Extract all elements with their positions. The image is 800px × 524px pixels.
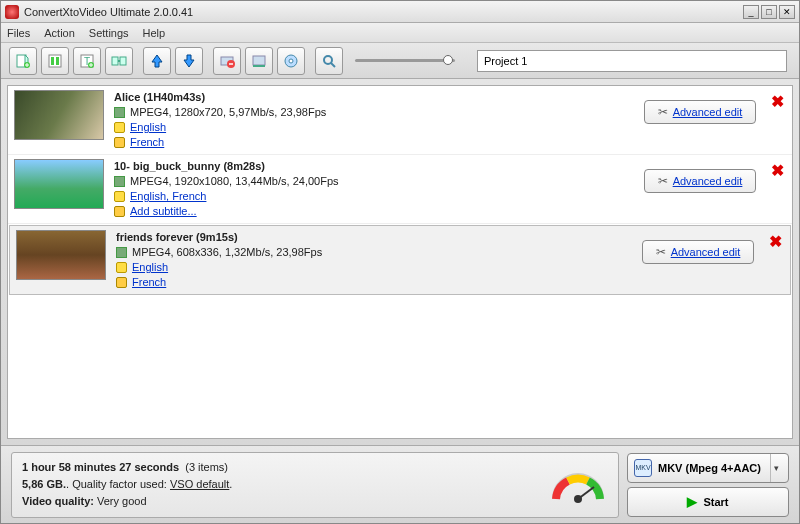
subtitle-link[interactable]: French (130, 135, 164, 150)
footer: 1 hour 58 minutes 27 seconds (3 items) 5… (1, 445, 799, 523)
play-icon: ▶ (687, 494, 697, 509)
total-size: 5,86 GB. (22, 478, 66, 490)
film-icon (114, 107, 125, 118)
svg-rect-9 (120, 57, 126, 65)
maximize-button[interactable]: □ (761, 5, 777, 19)
add-chapter-button[interactable] (41, 47, 69, 75)
subtitle-icon (114, 206, 125, 217)
remove-item-button[interactable]: ✖ (771, 161, 784, 180)
remove-item-button[interactable]: ✖ (771, 92, 784, 111)
audio-icon (114, 191, 125, 202)
start-label: Start (703, 496, 728, 508)
advanced-edit-button[interactable]: ✂Advanced edit (644, 100, 756, 124)
svg-point-15 (289, 59, 293, 63)
item-meta: MPEG4, 1920x1080, 13,44Mb/s, 24,00Fps (130, 174, 339, 189)
subtitle-link[interactable]: French (132, 275, 166, 290)
window-title: ConvertXtoVideo Ultimate 2.0.0.41 (24, 6, 743, 18)
minimize-button[interactable]: _ (743, 5, 759, 19)
svg-rect-2 (49, 55, 61, 67)
item-meta: MPEG4, 608x336, 1,32Mb/s, 23,98Fps (132, 245, 322, 260)
scissors-icon: ✂ (658, 174, 668, 188)
advanced-edit-button[interactable]: ✂Advanced edit (642, 240, 754, 264)
svg-rect-3 (51, 57, 54, 65)
start-button[interactable]: ▶ Start (627, 487, 789, 517)
total-duration: 1 hour 58 minutes 27 seconds (22, 461, 179, 473)
audio-icon (116, 262, 127, 273)
svg-rect-4 (56, 57, 59, 65)
menubar: Files Action Settings Help (1, 23, 799, 43)
list-item[interactable]: Alice (1H40m43s) MPEG4, 1280x720, 5,97Mb… (8, 86, 792, 155)
toolbar: T (1, 43, 799, 79)
quality-gauge-icon (548, 459, 608, 511)
video-quality-value: Very good (97, 495, 147, 507)
add-file-button[interactable] (9, 47, 37, 75)
audio-link[interactable]: English (132, 260, 168, 275)
close-button[interactable]: ✕ (779, 5, 795, 19)
menu-action[interactable]: Action (44, 27, 75, 39)
menu-files[interactable]: Files (7, 27, 30, 39)
app-window: ConvertXtoVideo Ultimate 2.0.0.41 _ □ ✕ … (0, 0, 800, 524)
merge-button[interactable] (105, 47, 133, 75)
summary-panel: 1 hour 58 minutes 27 seconds (3 items) 5… (11, 452, 619, 518)
advanced-edit-button[interactable]: ✂Advanced edit (644, 169, 756, 193)
move-down-button[interactable] (175, 47, 203, 75)
remove-item-button[interactable]: ✖ (769, 232, 782, 251)
audio-link[interactable]: English, French (130, 189, 206, 204)
subtitle-icon (116, 277, 127, 288)
remove-button[interactable] (213, 47, 241, 75)
list-item[interactable]: 10- big_buck_bunny (8m28s) MPEG4, 1920x1… (8, 155, 792, 224)
titlebar: ConvertXtoVideo Ultimate 2.0.0.41 _ □ ✕ (1, 1, 799, 23)
add-title-button[interactable]: T (73, 47, 101, 75)
menu-help[interactable]: Help (143, 27, 166, 39)
scissors-icon: ✂ (658, 105, 668, 119)
svg-rect-13 (253, 65, 265, 67)
svg-point-16 (324, 56, 332, 64)
svg-rect-8 (112, 57, 118, 65)
subtitle-link[interactable]: Add subtitle... (130, 204, 197, 219)
film-icon (116, 247, 127, 258)
thumbnail (16, 230, 106, 280)
list-item[interactable]: friends forever (9m15s) MPEG4, 608x336, … (9, 225, 791, 295)
preview-button[interactable] (315, 47, 343, 75)
quality-factor-label: . Quality factor used: (66, 478, 167, 490)
menu-settings[interactable]: Settings (89, 27, 129, 39)
video-quality-label: Video quality: (22, 495, 94, 507)
film-icon (114, 176, 125, 187)
thumbnail (14, 159, 104, 209)
move-up-button[interactable] (143, 47, 171, 75)
item-meta: MPEG4, 1280x720, 5,97Mb/s, 23,98Fps (130, 105, 326, 120)
scissors-icon: ✂ (656, 245, 666, 259)
audio-link[interactable]: English (130, 120, 166, 135)
format-label: MKV (Mpeg 4+AAC) (658, 462, 764, 474)
edit-button[interactable] (245, 47, 273, 75)
subtitle-icon (114, 137, 125, 148)
audio-icon (114, 122, 125, 133)
burn-button[interactable] (277, 47, 305, 75)
thumbnail (14, 90, 104, 140)
app-icon (5, 5, 19, 19)
quality-factor-link[interactable]: VSO default (170, 478, 229, 490)
chevron-down-icon: ▾ (770, 454, 782, 482)
items-count: (3 items) (185, 461, 228, 473)
svg-rect-12 (253, 56, 265, 65)
project-name-input[interactable] (477, 50, 787, 72)
output-format-button[interactable]: MKV MKV (Mpeg 4+AAC) ▾ (627, 453, 789, 483)
file-list: Alice (1H40m43s) MPEG4, 1280x720, 5,97Mb… (7, 85, 793, 439)
format-icon: MKV (634, 459, 652, 477)
zoom-slider[interactable] (355, 59, 465, 62)
